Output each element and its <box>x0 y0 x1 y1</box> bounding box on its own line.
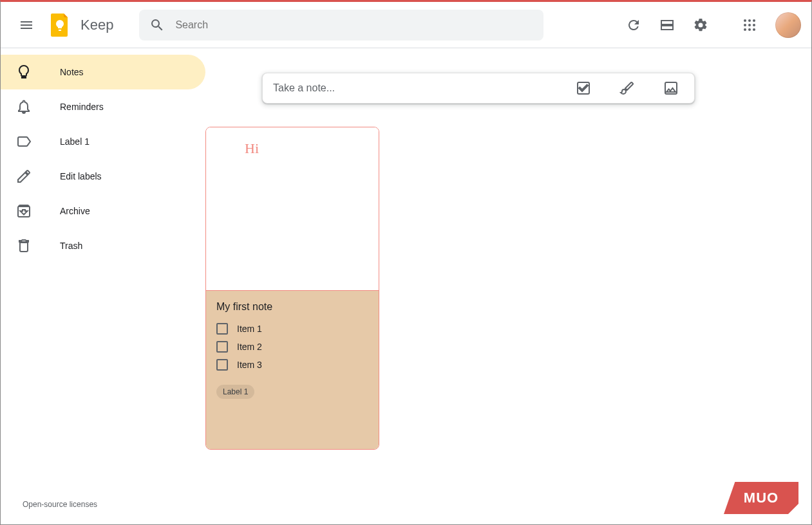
sidebar-item-label: Label 1 <box>47 136 90 147</box>
menu-icon <box>19 17 34 33</box>
take-note-placeholder: Take a note... <box>273 82 571 94</box>
apps-grid-icon <box>742 17 757 33</box>
sidebar-item-label: Notes <box>47 67 84 77</box>
note-body: My first note Item 1 Item 2 Item 3 <box>206 291 379 449</box>
svg-point-0 <box>744 19 746 22</box>
sidebar-item-edit-labels[interactable]: Edit labels <box>1 159 205 194</box>
svg-point-1 <box>748 19 751 22</box>
checklist-item[interactable]: Item 2 <box>216 341 368 353</box>
pencil-icon <box>16 169 47 184</box>
note-card[interactable]: Hi My first note Item 1 Item 2 <box>205 127 379 450</box>
google-apps-button[interactable] <box>734 10 765 41</box>
account-avatar[interactable] <box>775 12 801 38</box>
sidebar-item-label-1[interactable]: Label 1 <box>1 124 205 159</box>
checklist-label: Item 3 <box>237 360 262 370</box>
search-icon <box>149 17 165 33</box>
new-image-button[interactable] <box>658 75 684 101</box>
new-list-button[interactable] <box>571 75 596 101</box>
main-menu-button[interactable] <box>11 10 42 41</box>
open-source-licenses-link[interactable]: Open-source licenses <box>23 500 97 509</box>
take-note-bar[interactable]: Take a note... <box>262 73 695 104</box>
sidebar-item-reminders[interactable]: Reminders <box>1 89 205 124</box>
svg-point-7 <box>748 28 751 31</box>
drawing-text: Hi <box>245 140 259 157</box>
sidebar-item-archive[interactable]: Archive <box>1 194 205 228</box>
sidebar: Notes Reminders Label 1 Edit labels Arch… <box>1 48 205 524</box>
app-header: Keep <box>1 2 811 48</box>
sidebar-item-label: Edit labels <box>47 171 102 181</box>
checklist-item[interactable]: Item 1 <box>216 323 368 335</box>
archive-icon <box>16 203 47 219</box>
sidebar-item-label: Trash <box>47 241 82 251</box>
note-title: My first note <box>216 301 368 313</box>
new-drawing-button[interactable] <box>614 75 640 101</box>
settings-button[interactable] <box>685 10 716 41</box>
sidebar-item-notes[interactable]: Notes <box>1 55 205 89</box>
sidebar-item-label: Archive <box>47 206 90 216</box>
sidebar-item-trash[interactable]: Trash <box>1 228 205 263</box>
sidebar-item-label: Reminders <box>47 102 104 112</box>
bell-icon <box>16 99 47 115</box>
svg-point-5 <box>753 24 755 26</box>
brush-icon <box>619 80 635 96</box>
checkbox-unchecked-icon[interactable] <box>216 341 228 353</box>
svg-point-8 <box>753 28 755 31</box>
app-name: Keep <box>80 17 113 33</box>
checkbox-icon <box>576 80 591 96</box>
view-toggle-button[interactable] <box>652 10 683 41</box>
checklist-label: Item 2 <box>237 342 262 352</box>
gear-icon <box>693 17 708 33</box>
trash-icon <box>16 238 47 253</box>
checkbox-unchecked-icon[interactable] <box>216 323 228 335</box>
search-bar[interactable] <box>139 10 543 41</box>
main-content: Take a note... Hi My first note <box>205 48 811 524</box>
checklist-item[interactable]: Item 3 <box>216 359 368 371</box>
app-logo[interactable]: Keep <box>47 12 113 38</box>
note-checklist: Item 1 Item 2 Item 3 <box>216 323 368 371</box>
svg-point-2 <box>753 19 755 22</box>
list-view-icon <box>659 17 675 33</box>
checklist-label: Item 1 <box>237 324 262 334</box>
keep-logo-icon <box>47 12 73 38</box>
muo-watermark: MUO <box>724 482 798 514</box>
note-label-chip[interactable]: Label 1 <box>216 385 254 399</box>
search-input[interactable] <box>175 19 533 31</box>
svg-point-6 <box>744 28 746 31</box>
refresh-icon <box>626 17 641 33</box>
svg-point-3 <box>744 24 746 26</box>
label-icon <box>16 134 47 149</box>
refresh-button[interactable] <box>618 10 649 41</box>
svg-point-4 <box>748 24 751 26</box>
note-drawing-area: Hi <box>206 127 379 291</box>
image-icon <box>663 80 679 96</box>
lightbulb-icon <box>16 64 47 80</box>
checkbox-unchecked-icon[interactable] <box>216 359 228 371</box>
